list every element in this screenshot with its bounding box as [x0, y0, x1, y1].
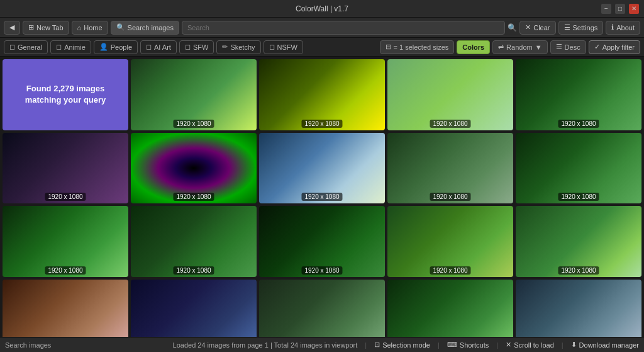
sketchy-label: Sketchy	[230, 43, 255, 51]
status-shortcuts[interactable]: ⌨ Shortcuts	[447, 341, 489, 349]
status-loaded: Loaded 24 images from page 1 | Total 24 …	[173, 341, 358, 349]
clear-x-icon: ✕	[525, 23, 531, 31]
image-cell[interactable]: 1920 x 1080	[387, 133, 513, 204]
home-label: Home	[84, 24, 102, 31]
titlebar: ColorWall | v1.7 − □ ✕	[0, 0, 644, 18]
apply-filter-button[interactable]: ✓ Apply filter	[589, 40, 640, 54]
image-cell[interactable]: 1920 x 1080	[131, 206, 257, 277]
image-cell[interactable]: 1920 x 1080	[3, 280, 128, 338]
random-label: Random	[506, 43, 533, 51]
sketchy-filter[interactable]: ✏ Sketchy	[216, 40, 260, 54]
status-selection-mode[interactable]: ⊡ Selection mode	[374, 341, 430, 349]
image-size-label: 1920 x 1080	[301, 266, 342, 275]
image-cell[interactable]: 1920 x 1080	[387, 280, 513, 338]
random-button[interactable]: ⇌ Random ▼	[492, 40, 547, 54]
info-icon: ℹ	[611, 23, 614, 31]
settings-label: Settings	[573, 24, 598, 31]
image-size-label: 1920 x 1080	[558, 266, 599, 275]
ai-art-label: AI Art	[154, 43, 171, 51]
animie-icon: ◻	[56, 43, 62, 51]
colors-button[interactable]: Colors	[457, 40, 490, 54]
status-scroll-to-load[interactable]: ✕ Scroll to load	[506, 341, 554, 349]
search-nav-icon: 🔍	[116, 23, 125, 31]
image-cell[interactable]: 1920 x 1080	[259, 280, 385, 338]
search-nav-label: Search images	[128, 24, 174, 31]
image-cell[interactable]: 1920 x 1080	[3, 206, 128, 277]
image-size-label: 1920 x 1080	[301, 120, 342, 128]
selected-sizes-indicator: ⊟ = 1 selected sizes	[380, 40, 455, 54]
filterbar: ◻ General ◻ Animie 👤 People ◻ AI Art ◻ S…	[0, 38, 644, 57]
random-dropdown-icon: ▼	[535, 43, 542, 51]
image-size-label: 1920 x 1080	[173, 193, 214, 201]
desc-icon: ☰	[556, 43, 562, 51]
about-button[interactable]: ℹ About	[606, 21, 640, 35]
maximize-button[interactable]: □	[615, 4, 625, 14]
animie-label: Animie	[64, 43, 86, 51]
random-icon: ⇌	[498, 43, 504, 51]
new-tab-label: New Tab	[36, 24, 64, 31]
image-cell[interactable]: 1920 x 1080	[516, 206, 641, 277]
desc-button[interactable]: ☰ Desc	[550, 40, 586, 54]
general-label: General	[18, 43, 42, 51]
ai-art-icon: ◻	[146, 43, 152, 51]
animie-filter[interactable]: ◻ Animie	[50, 40, 91, 54]
image-cell[interactable]: 1920 x 1080	[516, 280, 641, 338]
image-cell[interactable]: 1920 x 1080	[516, 133, 641, 204]
sfw-filter[interactable]: ◻ SFW	[179, 40, 214, 54]
image-cell[interactable]: 1920 x 1080	[387, 59, 513, 130]
image-cell[interactable]: 1920 x 1080	[516, 59, 641, 130]
about-label: About	[616, 24, 635, 31]
image-size-label: 1920 x 1080	[173, 120, 214, 128]
search-nav-button[interactable]: 🔍 Search images	[111, 21, 179, 35]
app-title: ColorWall | v1.7	[43, 4, 601, 13]
minimize-button[interactable]: −	[601, 4, 611, 14]
nsfw-filter[interactable]: ◻ NSFW	[264, 40, 303, 54]
desc-label: Desc	[565, 43, 580, 51]
image-size-label: 1920 x 1080	[45, 193, 86, 201]
settings-button[interactable]: ☰ Settings	[558, 21, 604, 35]
search-input[interactable]	[182, 21, 505, 35]
nsfw-label: NSFW	[277, 43, 297, 51]
selection-icon: ⊡	[374, 341, 380, 349]
image-cell[interactable]: 1920 x 1080	[131, 59, 257, 130]
image-size-label: 1920 x 1080	[45, 266, 86, 275]
clear-label: Clear	[533, 24, 550, 31]
home-icon: ⌂	[77, 24, 82, 31]
home-button[interactable]: ⌂ Home	[72, 21, 108, 35]
right-filters: ⊟ = 1 selected sizes Colors ⇌ Random ▼ ☰…	[380, 40, 640, 54]
new-tab-button[interactable]: ⊞ New Tab	[23, 21, 69, 35]
window-controls: − □ ✕	[601, 4, 639, 14]
image-cell[interactable]: 1920 x 1080	[131, 280, 257, 338]
people-filter[interactable]: 👤 People	[94, 40, 138, 54]
clear-button[interactable]: ✕ Clear	[519, 21, 555, 35]
people-icon: 👤	[99, 43, 108, 51]
scroll-icon: ✕	[506, 341, 511, 349]
download-icon: ⬇	[571, 341, 577, 349]
sizes-icon: ⊟	[386, 43, 391, 51]
sfw-icon: ◻	[185, 43, 191, 51]
statusbar: Search images Loaded 24 images from page…	[0, 337, 644, 352]
image-cell[interactable]: 1920 x 1080	[259, 59, 385, 130]
image-size-label: 1920 x 1080	[430, 120, 470, 128]
image-cell[interactable]: 1920 x 1080	[131, 133, 257, 204]
close-button[interactable]: ✕	[629, 4, 639, 14]
tab-icon: ⊞	[28, 23, 34, 31]
back-icon: ◀	[9, 23, 14, 31]
image-cell[interactable]: 1920 x 1080	[259, 206, 385, 277]
status-download-manager[interactable]: ⬇ Download manager	[571, 341, 639, 349]
image-size-label: 1920 x 1080	[430, 193, 470, 201]
image-grid-container[interactable]: Found 2,279 images matching your query 1…	[0, 57, 644, 337]
image-cell[interactable]: 1920 x 1080	[387, 206, 513, 277]
navbar: ◀ ⊞ New Tab ⌂ Home 🔍 Search images 🔍 ✕ C…	[0, 18, 644, 38]
image-cell[interactable]: 1920 x 1080	[259, 133, 385, 204]
image-size-label: 1920 x 1080	[558, 120, 599, 128]
image-size-label: 1920 x 1080	[558, 193, 599, 201]
general-filter[interactable]: ◻ General	[4, 40, 48, 54]
found-count-text: Found 2,279 images matching your query	[8, 83, 123, 106]
ai-art-filter[interactable]: ◻ AI Art	[140, 40, 177, 54]
general-icon: ◻	[9, 43, 15, 51]
image-cell[interactable]: 1920 x 1080	[3, 133, 128, 204]
back-button[interactable]: ◀	[4, 21, 20, 35]
people-label: People	[111, 43, 132, 51]
nsfw-icon: ◻	[269, 43, 275, 51]
